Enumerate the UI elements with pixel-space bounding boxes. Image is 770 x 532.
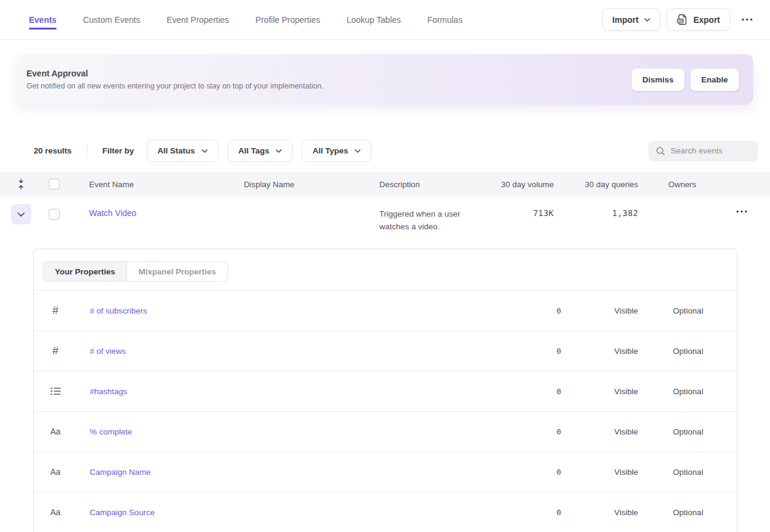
lexicon-page: Events Custom Events Event Properties Pr… — [0, 0, 770, 532]
status-filter-dropdown[interactable]: All Status — [147, 140, 219, 162]
property-count: 0 — [507, 508, 561, 517]
top-nav: Events Custom Events Event Properties Pr… — [0, 0, 770, 40]
property-requirement: Optional — [655, 306, 721, 315]
property-row: # # of subscribers 0 Visible Optional — [34, 291, 737, 331]
property-name-link[interactable]: % complete — [90, 427, 507, 436]
property-row: #hashtags 0 Visible Optional — [34, 371, 737, 412]
list-type-icon — [43, 387, 67, 395]
filter-toolbar: 20 results Filter by All Status All Tags… — [34, 140, 758, 162]
row-expander-button[interactable] — [11, 204, 31, 224]
enable-button[interactable]: Enable — [691, 69, 739, 91]
tags-filter-value: All Tags — [238, 146, 270, 155]
text-type-icon: Aa — [43, 507, 67, 517]
results-count: 20 results — [34, 146, 72, 155]
column-display-name: Display Name — [244, 180, 379, 189]
property-name-link[interactable]: #hashtags — [90, 387, 507, 396]
collapse-all-button[interactable] — [16, 178, 26, 191]
property-visibility: Visible — [597, 306, 655, 315]
property-requirement: Optional — [655, 468, 721, 477]
event-description: Triggered when a user watches a video. — [379, 208, 482, 233]
export-label: Export — [694, 15, 720, 25]
property-requirement: Optional — [655, 387, 721, 396]
property-row: Aa Campaign Source 0 Visible Optional — [34, 492, 737, 532]
text-type-icon: Aa — [43, 427, 67, 436]
tab-formulas[interactable]: Formulas — [427, 0, 462, 39]
nav-actions: Import csv Export — [602, 8, 758, 31]
property-row: Aa Campaign Name 0 Visible Optional — [34, 452, 737, 492]
chevron-down-icon — [276, 149, 282, 153]
event-name-cell: Watch Video — [89, 197, 244, 218]
column-owners: Owners — [638, 180, 725, 189]
tab-custom-events[interactable]: Custom Events — [83, 0, 140, 39]
more-horizontal-icon — [741, 18, 753, 21]
property-name-link[interactable]: # of subscribers — [90, 306, 507, 315]
row-actions-cell — [725, 206, 770, 217]
property-visibility: Visible — [597, 387, 655, 396]
types-filter-dropdown[interactable]: All Types — [302, 140, 371, 162]
description-cell: Triggered when a user watches a video. — [379, 197, 495, 233]
chevron-down-icon — [202, 149, 208, 153]
property-requirement: Optional — [655, 508, 721, 517]
property-name-link[interactable]: # of views — [90, 347, 507, 356]
csv-file-icon: csv — [677, 14, 688, 25]
property-count: 0 — [507, 387, 561, 396]
row-more-button[interactable] — [731, 206, 753, 217]
row-checkbox[interactable] — [49, 209, 60, 220]
types-filter-value: All Types — [312, 146, 348, 155]
column-description: Description — [379, 180, 495, 189]
banner-title: Event Approval — [26, 69, 323, 78]
events-table-header: Event Name Display Name Description 30 d… — [0, 172, 770, 197]
properties-panel: Your Properties Mixpanel Properties # # … — [33, 249, 737, 532]
column-volume: 30 day volume — [495, 180, 554, 189]
text-type-icon: Aa — [43, 467, 67, 477]
property-requirement: Optional — [655, 347, 721, 356]
collapse-vertical-icon — [17, 179, 25, 190]
property-row: # # of views 0 Visible Optional — [34, 331, 737, 371]
column-queries: 30 day queries — [554, 180, 638, 189]
number-type-icon: # — [43, 345, 67, 357]
tab-your-properties[interactable]: Your Properties — [43, 261, 127, 282]
dismiss-button[interactable]: Dismiss — [632, 69, 685, 91]
table-row: Watch Video Triggered when a user watche… — [0, 197, 770, 240]
filter-by-label: Filter by — [102, 146, 134, 155]
property-count: 0 — [507, 347, 561, 356]
more-horizontal-icon — [736, 210, 748, 213]
tab-mixpanel-properties[interactable]: Mixpanel Properties — [127, 261, 228, 282]
row-expander-cell — [0, 197, 42, 224]
status-filter-value: All Status — [158, 146, 195, 155]
properties-panel-tabs: Your Properties Mixpanel Properties — [34, 249, 737, 291]
toolbar-divider — [87, 144, 87, 158]
property-count: 0 — [507, 468, 561, 477]
tab-events[interactable]: Events — [29, 0, 57, 39]
banner-actions: Dismiss Enable — [632, 69, 739, 91]
number-type-icon: # — [43, 305, 67, 317]
property-visibility: Visible — [597, 427, 655, 436]
tags-filter-dropdown[interactable]: All Tags — [228, 140, 293, 162]
tab-lookup-tables[interactable]: Lookup Tables — [347, 0, 401, 39]
banner-subtitle: Get notified on all new events entering … — [26, 82, 323, 90]
chevron-down-icon — [355, 149, 361, 153]
property-count: 0 — [507, 306, 561, 315]
search-input[interactable] — [671, 146, 751, 155]
volume-cell: 713K — [495, 208, 554, 218]
collapse-all-cell — [0, 178, 42, 191]
svg-text:csv: csv — [678, 19, 683, 22]
search-box — [648, 141, 758, 161]
property-name-link[interactable]: Campaign Source — [90, 508, 507, 517]
more-options-button[interactable] — [736, 14, 758, 25]
property-visibility: Visible — [597, 468, 655, 477]
queries-cell: 1,382 — [554, 208, 638, 218]
select-all-checkbox[interactable] — [49, 179, 60, 190]
event-name-link[interactable]: Watch Video — [89, 208, 137, 218]
select-all-cell — [42, 179, 89, 190]
column-event-name: Event Name — [89, 180, 244, 189]
export-button[interactable]: csv Export — [666, 8, 730, 31]
event-approval-banner: Event Approval Get notified on all new e… — [17, 54, 753, 105]
tab-profile-properties[interactable]: Profile Properties — [255, 0, 320, 39]
import-button[interactable]: Import — [602, 8, 660, 31]
tab-event-properties[interactable]: Event Properties — [167, 0, 229, 39]
property-visibility: Visible — [597, 347, 655, 356]
property-name-link[interactable]: Campaign Name — [90, 468, 507, 477]
property-row: Aa % complete 0 Visible Optional — [34, 412, 737, 452]
property-visibility: Visible — [597, 508, 655, 517]
